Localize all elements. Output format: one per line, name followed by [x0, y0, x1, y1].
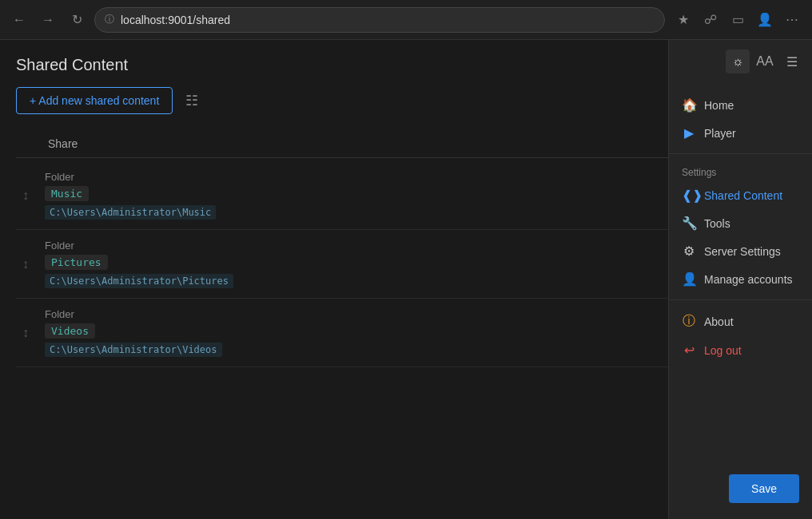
profile-button[interactable]: 👤 — [753, 8, 777, 32]
drag-handle[interactable]: ↕ — [16, 188, 35, 203]
browser-actions: ★ ☍ ▭ 👤 ⋯ — [671, 8, 804, 32]
accounts-icon: 👤 — [682, 271, 696, 287]
folder-path: C:\Users\Administrator\Music — [45, 205, 216, 220]
folder-name: Music — [45, 186, 89, 201]
hamburger-menu-button[interactable]: ☰ — [780, 50, 804, 73]
bookmark-collection-button[interactable]: ☍ — [699, 8, 722, 32]
share-column-header: Share — [16, 137, 78, 150]
folder-name: Pictures — [45, 255, 108, 270]
server-icon: ⚙ — [682, 244, 696, 259]
settings-label: Settings — [669, 160, 812, 181]
address-bar: ⓘ localhost:9001/shared — [94, 7, 665, 33]
dropdown-top-icons: ☼ AΑ ☰ — [668, 50, 812, 73]
settings-section: Settings ❰❱ Shared Content 🔧 Tools ⚙ Ser… — [669, 157, 812, 296]
more-button[interactable]: ⋯ — [780, 8, 804, 32]
settings-tools[interactable]: 🔧 Tools — [669, 209, 812, 237]
folder-info: Folder Pictures C:\Users\Administrator\P… — [45, 240, 715, 288]
folder-name: Videos — [45, 323, 95, 339]
nav-home[interactable]: 🏠 Home — [669, 91, 812, 119]
main-content: Shared Content + Add new shared content … — [0, 40, 812, 519]
tab-groups-button[interactable]: ▭ — [726, 8, 750, 32]
save-area: Save — [729, 474, 799, 503]
folder-info: Folder Videos C:\Users\Administrator\Vid… — [45, 308, 715, 357]
bookmark-star-button[interactable]: ★ — [671, 8, 695, 32]
drag-handle[interactable]: ↕ — [16, 326, 35, 340]
tools-label: Tools — [704, 217, 730, 230]
menu-divider — [669, 153, 812, 154]
bottom-section: ⓘ About ↩ Log out — [669, 303, 812, 367]
nav-player[interactable]: ▶ Player — [669, 119, 812, 147]
translate-button[interactable]: AΑ — [753, 50, 777, 73]
logout-menu-item[interactable]: ↩ Log out — [669, 336, 812, 364]
settings-shared-content[interactable]: ❰❱ Shared Content — [669, 181, 812, 209]
drag-handle[interactable]: ↕ — [16, 257, 35, 271]
settings-accounts[interactable]: 👤 Manage accounts — [669, 265, 812, 293]
save-button[interactable]: Save — [729, 474, 799, 503]
logout-icon: ↩ — [682, 343, 696, 358]
about-icon: ⓘ — [682, 313, 696, 330]
browser-chrome: ← → ↻ ⓘ localhost:9001/shared ★ ☍ ▭ 👤 ⋯ — [0, 0, 812, 40]
player-label: Player — [704, 127, 736, 140]
logout-label: Log out — [704, 344, 742, 357]
home-icon: 🏠 — [682, 97, 696, 113]
folder-info: Folder Music C:\Users\Administrator\Musi… — [45, 171, 715, 220]
folder-path: C:\Users\Administrator\Pictures — [45, 274, 233, 288]
menu-divider-2 — [669, 299, 812, 300]
about-label: About — [704, 315, 734, 328]
folder-type: Folder — [45, 171, 715, 183]
folder-type: Folder — [45, 240, 715, 252]
folder-path: C:\Users\Administrator\Videos — [45, 343, 222, 357]
player-icon: ▶ — [682, 125, 696, 141]
server-label: Server Settings — [704, 245, 781, 258]
about-menu-item[interactable]: ⓘ About — [669, 307, 812, 336]
settings-server[interactable]: ⚙ Server Settings — [669, 237, 812, 265]
url-text: localhost:9001/shared — [121, 14, 655, 26]
theme-toggle-button[interactable]: ☼ — [726, 50, 750, 73]
home-label: Home — [704, 99, 734, 112]
back-button[interactable]: ← — [8, 9, 30, 31]
lock-icon: ⓘ — [105, 13, 114, 26]
tools-icon: 🔧 — [682, 216, 696, 231]
folder-type: Folder — [45, 308, 715, 320]
reload-button[interactable]: ↻ — [66, 9, 88, 31]
filter-button[interactable]: ☷ — [182, 89, 201, 113]
shared-content-label: Shared Content — [704, 189, 782, 202]
forward-button[interactable]: → — [37, 9, 59, 31]
nav-section: 🏠 Home ▶ Player — [669, 88, 812, 150]
dropdown-menu: ☼ AΑ ☰ 🏠 Home ▶ Player Settings ❰❱ Share… — [668, 40, 812, 519]
add-shared-content-button[interactable]: + Add new shared content — [16, 87, 173, 114]
accounts-label: Manage accounts — [704, 273, 793, 286]
share-icon: ❰❱ — [682, 188, 696, 203]
